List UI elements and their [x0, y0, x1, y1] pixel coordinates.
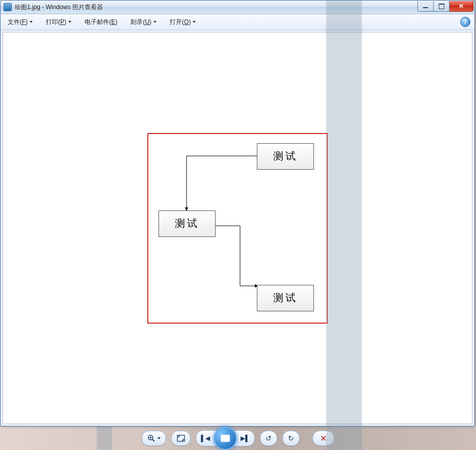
viewer-controls: ▌◀ ▶▌ ↺ ↻ ✕: [0, 427, 476, 449]
rotate-cw-icon: ↻: [288, 434, 294, 442]
maximize-button[interactable]: [434, 1, 449, 12]
menu-burn[interactable]: 刻录(U): [127, 16, 160, 28]
menu-bar: 文件(F) 打印(P) 电子邮件(E) 刻录(U) 打开(O) ?: [1, 14, 474, 30]
delete-icon: ✕: [320, 434, 327, 443]
window-buttons: [417, 1, 473, 11]
chevron-down-icon: [30, 21, 33, 23]
rotate-ccw-button[interactable]: ↺: [260, 431, 277, 446]
menu-file[interactable]: 文件(F): [5, 16, 36, 28]
flowchart-node-1: 测试: [257, 143, 314, 170]
previous-icon: ▌◀: [201, 435, 210, 442]
menu-file-label: 文件: [8, 18, 20, 27]
chevron-down-icon: [157, 437, 161, 439]
flowchart-node-2: 测试: [158, 210, 216, 237]
displayed-image: 测试 测试 测试: [147, 133, 328, 324]
menu-burn-hotkey: U: [145, 18, 149, 25]
menu-print-label: 打印: [46, 18, 58, 27]
desktop-background: 绘图1.jpg - Windows 照片查看器 文件(F) 打印(P): [0, 0, 476, 450]
title-filename: 绘图1.jpg: [15, 4, 40, 11]
menu-file-hotkey: F: [22, 18, 25, 25]
zoom-button[interactable]: [142, 431, 166, 446]
chevron-down-icon: [68, 21, 71, 23]
menu-print-hotkey: P: [60, 18, 64, 25]
chevron-down-icon: [193, 21, 196, 23]
window-title: 绘图1.jpg - Windows 照片查看器: [15, 3, 103, 12]
menu-open-label: 打开: [170, 18, 182, 27]
close-button[interactable]: [449, 1, 473, 12]
node-2-label: 测试: [175, 217, 199, 230]
menu-email-hotkey: E: [111, 18, 115, 25]
photo-viewer-window: 绘图1.jpg - Windows 照片查看器 文件(F) 打印(P): [0, 0, 475, 427]
menu-burn-label: 刻录: [130, 18, 143, 27]
node-1-label: 测试: [273, 149, 298, 163]
next-button[interactable]: ▶▌: [238, 432, 252, 444]
svg-line-1: [152, 439, 154, 441]
actual-size-button[interactable]: [171, 431, 191, 446]
help-icon: ?: [463, 18, 467, 25]
titlebar[interactable]: 绘图1.jpg - Windows 照片查看器: [1, 1, 474, 14]
slideshow-button[interactable]: [214, 427, 237, 450]
chevron-down-icon: [153, 21, 156, 23]
magnifier-plus-icon: [147, 434, 155, 442]
menu-open[interactable]: 打开(O): [167, 16, 199, 28]
previous-button[interactable]: ▌◀: [198, 432, 213, 444]
rotate-cw-button[interactable]: ↻: [282, 431, 300, 446]
image-viewport[interactable]: 测试 测试 测试: [3, 32, 472, 424]
menu-print[interactable]: 打印(P): [43, 16, 74, 28]
menu-email-label: 电子邮件: [85, 18, 109, 27]
next-icon: ▶▌: [241, 435, 250, 442]
menu-email[interactable]: 电子邮件(E): [82, 16, 120, 28]
node-3-label: 测试: [273, 291, 298, 305]
minimize-button[interactable]: [417, 1, 434, 12]
separator: [306, 434, 306, 443]
slideshow-icon: [221, 435, 230, 442]
app-icon: [4, 3, 12, 11]
title-appname: Windows 照片查看器: [46, 4, 103, 11]
rotate-ccw-icon: ↺: [266, 434, 272, 442]
delete-button[interactable]: ✕: [312, 431, 334, 446]
navigation-pill: ▌◀ ▶▌: [196, 430, 255, 446]
menu-open-hotkey: O: [184, 18, 189, 25]
fit-icon: [177, 435, 185, 442]
help-button[interactable]: ?: [460, 17, 470, 27]
flowchart-node-3: 测试: [257, 285, 314, 311]
